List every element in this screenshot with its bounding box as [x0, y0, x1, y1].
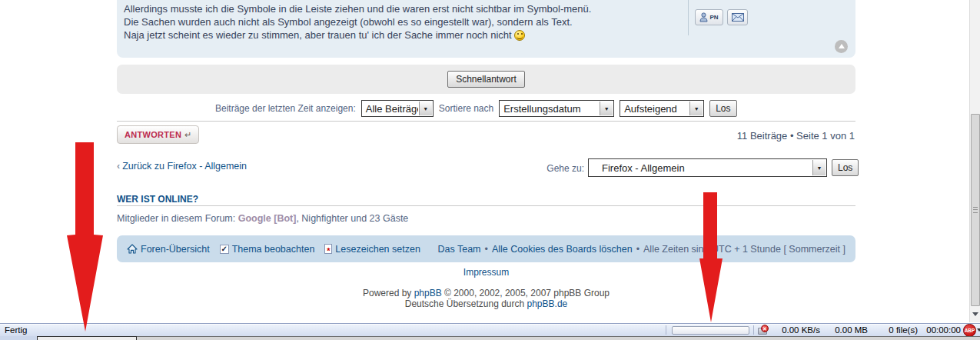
forum-index-link[interactable]: Foren-Übersicht — [127, 244, 210, 255]
status-text: Fertig — [5, 325, 27, 335]
goto-forum-select[interactable]: Firefox - Allgemein ▼ — [588, 158, 827, 177]
taskbar-left-segment — [0, 336, 37, 340]
direction-select-value: Aufsteigend — [620, 103, 689, 115]
goto-go-button[interactable]: Los — [832, 159, 859, 176]
back-arrow-icon: ‹ — [117, 161, 120, 172]
envelope-icon — [732, 13, 744, 22]
bookmark-label: Lesezeichen setzen — [335, 244, 420, 255]
taskbar-right-segment — [137, 336, 980, 340]
goto-label: Gehe zu: — [544, 163, 584, 174]
navbar-left-links: Foren-Übersicht ✓ Thema beobachten * Les… — [127, 244, 420, 255]
quick-reply-bar: Schnellantwort — [117, 65, 855, 94]
powered-suffix: © 2000, 2002, 2005, 2007 phpBB Group — [442, 288, 610, 298]
forum-content-column: Allerdings musste ich die Symbole in die… — [117, 0, 855, 340]
profile-divider — [688, 0, 689, 35]
bookmark-icon: * — [324, 244, 332, 254]
period-label: Beiträge der letzten Zeit anzeigen: — [215, 103, 356, 114]
period-select[interactable]: Alle Beiträge ▼ — [361, 100, 434, 117]
email-button[interactable] — [727, 9, 748, 25]
display-options-row: Beiträge der letzten Zeit anzeigen: Alle… — [117, 99, 855, 118]
pn-button-label: PN — [709, 14, 718, 21]
back-to-forum-link[interactable]: ‹Zurück zu Firefox - Allgemein — [117, 161, 247, 172]
scrollbar-down-button[interactable] — [971, 308, 980, 321]
back-to-top-button[interactable] — [835, 40, 848, 53]
down-arrow-icon — [972, 312, 978, 316]
sort-select-value: Erstellungsdatum — [500, 103, 599, 115]
delete-cookies-link[interactable]: Alle Cookies des Boards löschen — [492, 244, 633, 255]
copyright-block: Powered by phpBB © 2000, 2002, 2005, 200… — [117, 288, 855, 309]
adblock-plus-icon[interactable]: ABP — [963, 324, 976, 337]
post-line: Naja jetzt scheint es wieder zu stimmen,… — [124, 28, 591, 42]
post-line: Die Sachen wurden auch nicht als Symbol … — [124, 15, 591, 28]
translation-prefix: Deutsche Übersetzung durch — [405, 298, 527, 309]
timezone-text: Alle Zeiten sind UTC + 1 Stunde [ Sommer… — [643, 244, 845, 255]
post-reply-button[interactable]: ANTWORTEN ↵ — [117, 125, 199, 144]
sort-select[interactable]: Erstellungsdatum ▼ — [499, 100, 614, 117]
separator-bullet: • — [485, 244, 488, 255]
bookmark-link[interactable]: * Lesezeichen setzen — [324, 244, 420, 255]
phpbbde-link[interactable]: phpBB.de — [527, 298, 568, 309]
quick-reply-button[interactable]: Schnellantwort — [447, 71, 525, 88]
dropdown-arrow-icon: ▼ — [812, 160, 826, 175]
pagination-text: 11 Beiträge • Seite 1 von 1 — [737, 130, 855, 142]
bot-user-link[interactable]: Google [Bot] — [238, 213, 297, 224]
post-panel: Allerdings musste ich die Symbole in die… — [117, 0, 855, 58]
members-prefix: Mitglieder in diesem Forum: — [117, 213, 238, 224]
home-icon — [127, 244, 138, 254]
separator-bullet: • — [636, 244, 639, 255]
post-line: Allerdings musste ich die Symbole in die… — [124, 2, 591, 15]
powered-prefix: Powered by — [363, 288, 414, 298]
download-progress-bar — [672, 326, 749, 335]
download-manager-icon[interactable]: ✕ — [758, 325, 769, 335]
divider — [117, 121, 855, 122]
download-badge-icon: ✕ — [761, 325, 769, 332]
user-icon — [699, 12, 708, 22]
download-size-text: 0.00 MB — [828, 325, 868, 335]
navbar-right-links: Das Team • Alle Cookies des Boards lösch… — [437, 244, 845, 255]
private-message-button[interactable]: PN — [695, 9, 723, 25]
watch-topic-label: Thema beobachten — [232, 244, 315, 255]
browser-status-bar: Fertig ✕ 0.00 KB/s 0.00 MB 0 file(s) 00:… — [0, 323, 980, 336]
translation-line: Deutsche Übersetzung durch phpBB.de — [117, 298, 855, 309]
taskbar-button-edge — [37, 336, 137, 340]
powered-by-line: Powered by phpBB © 2000, 2002, 2005, 200… — [117, 288, 855, 298]
sort-label: Sortiere nach — [439, 103, 493, 114]
checkbox-check-icon: ✓ — [220, 245, 229, 254]
post-body-text: Allerdings musste ich die Symbole in die… — [124, 2, 591, 42]
dropdown-arrow-icon: ▼ — [419, 102, 432, 115]
members-suffix: , Nighfighter und 23 Gäste — [296, 213, 408, 224]
timer-text: 00:00:00 — [919, 325, 961, 335]
dropdown-arrow-icon: ▼ — [689, 102, 703, 115]
red-arrow-left — [67, 142, 103, 332]
statusbar-divider — [666, 325, 666, 335]
download-speed-text: 0.00 KB/s — [772, 325, 820, 335]
up-arrow-icon — [839, 44, 845, 48]
sort-go-button[interactable]: Los — [709, 100, 736, 117]
divider — [117, 205, 855, 206]
smiley-icon — [514, 30, 525, 41]
vertical-scrollbar[interactable] — [969, 0, 980, 322]
adblock-dropdown-caret-icon — [977, 328, 980, 332]
team-link[interactable]: Das Team — [437, 244, 480, 255]
file-count-text: 0 file(s) — [875, 325, 918, 335]
impressum-link[interactable]: Impressum — [117, 267, 855, 278]
statusbar-divider — [753, 325, 754, 335]
browser-page: Allerdings musste ich die Symbole in die… — [0, 0, 980, 340]
period-select-value: Alle Beiträge — [362, 103, 418, 115]
phpbb-link[interactable]: phpBB — [414, 288, 442, 298]
post-reply-label: ANTWORTEN — [125, 130, 181, 139]
post-line-text: Naja jetzt scheint es wieder zu stimmen,… — [124, 29, 512, 41]
goto-select-value: Firefox - Allgemein — [589, 162, 812, 174]
members-online-text: Mitglieder in diesem Forum: Google [Bot]… — [117, 213, 408, 224]
footer-navbar: Foren-Übersicht ✓ Thema beobachten * Les… — [117, 235, 855, 262]
scrollbar-grip-icon — [973, 207, 978, 213]
watch-topic-link[interactable]: ✓ Thema beobachten — [220, 244, 315, 255]
who-is-online-heading: WER IST ONLINE? — [117, 194, 198, 205]
dropdown-arrow-icon: ▼ — [600, 102, 613, 115]
reply-arrow-icon: ↵ — [184, 130, 191, 140]
direction-select[interactable]: Aufsteigend ▼ — [620, 100, 704, 117]
forum-index-label: Foren-Übersicht — [141, 244, 210, 255]
taskbar-sliver — [0, 336, 980, 340]
back-link-label: Zurück zu Firefox - Allgemein — [122, 161, 247, 172]
scrollbar-thumb[interactable] — [971, 114, 980, 306]
